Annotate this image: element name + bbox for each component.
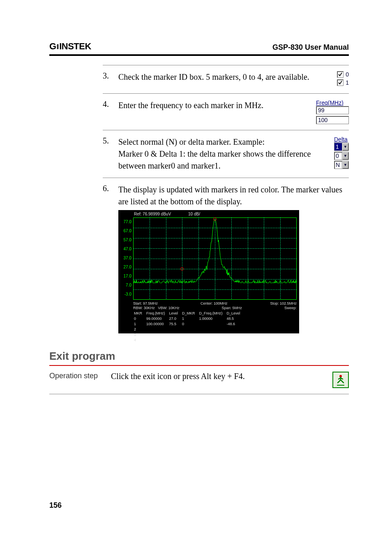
chart-footer: Start: 97.5MHz Center: 100MHz Stop: 102.…: [133, 301, 297, 343]
freq-label: Freq(MHz): [316, 99, 349, 106]
chart-start: Start: 97.5MHz: [133, 301, 158, 306]
spectrum-chart: Ref: 76.98999 dBuV 10 dB/ 77.067.057.047…: [118, 210, 299, 333]
checkbox-label: 0: [346, 71, 349, 78]
manual-title: GSP-830 User Manual: [272, 43, 349, 52]
spectrum-trace: [133, 217, 297, 299]
select-value: 0: [334, 152, 342, 160]
step-3-text: Check the marker ID box. 5 markers, 0 to…: [118, 71, 337, 83]
chevron-down-icon: ▼: [342, 143, 348, 150]
chart-vbw: VBW: 10KHz: [158, 306, 179, 310]
step-6-text: The display is updated with markers in r…: [118, 184, 349, 208]
operation-step-text: Click the exit icon or press Alt key + F…: [111, 372, 332, 388]
select-value: 1: [334, 143, 342, 150]
chart-rbw: RBW: 30KHz: [133, 306, 155, 310]
delta-select-1[interactable]: 0 ▼: [334, 152, 349, 160]
checkbox-label: 1: [346, 79, 349, 86]
marker-table: MKRFreq.(MHz)LevelD_MKRD_Freq.(MHz)D_Lev…: [133, 310, 244, 343]
step-3-visual: 0 1: [337, 71, 349, 88]
chevron-down-icon: ▼: [342, 161, 348, 169]
step-5-visual: Delta 1 ▼ 0 ▼ N ▼: [334, 136, 349, 170]
chart-plot-area: [133, 217, 297, 300]
chart-stop: Stop: 102.5MHz: [270, 301, 297, 306]
delta-select-0[interactable]: 1 ▼: [334, 143, 349, 151]
marker-0-icon: [180, 267, 184, 271]
freq-input-0[interactable]: 99: [316, 106, 349, 114]
step-number: 5.: [103, 136, 118, 146]
freq-input-1[interactable]: 100: [316, 116, 349, 124]
chart-sweep: Sweep:: [284, 306, 297, 310]
step-4-row: 4. Enter the frequency to each marker in…: [103, 93, 349, 130]
step-5-text: Select normal (N) or delta marker. Examp…: [118, 136, 334, 172]
delta-select-2[interactable]: N ▼: [334, 161, 349, 169]
page-header: G⫿INSTEK GSP-830 User Manual: [49, 41, 349, 56]
delta-label: Delta: [334, 136, 349, 143]
step-number: 3.: [103, 71, 118, 81]
exit-program-heading: Exit program: [49, 350, 349, 366]
step-5-row: 5. Select normal (N) or delta marker. Ex…: [103, 130, 349, 178]
chart-ref-label: Ref: 76.98999 dBuV: [134, 212, 171, 216]
marker-checkbox-0[interactable]: 0: [337, 71, 349, 78]
step-4-text: Enter the frequency to each marker in MH…: [118, 99, 316, 111]
chevron-down-icon: ▼: [342, 152, 348, 160]
step-6-row: 6. The display is updated with markers i…: [103, 178, 349, 333]
marker-1-icon: [213, 217, 217, 221]
exit-icon[interactable]: [332, 372, 349, 388]
step-3-row: 3. Check the marker ID box. 5 markers, 0…: [103, 65, 349, 93]
marker-checkbox-1[interactable]: 1: [337, 79, 349, 86]
checkbox-icon: [337, 79, 344, 86]
step-number: 6.: [103, 184, 118, 208]
chart-span: Span: 5MHz: [222, 306, 242, 310]
operation-step-label: Operation step: [49, 372, 111, 388]
page-number: 156: [49, 501, 349, 510]
chart-db-label: 10 dB/: [188, 212, 200, 216]
select-value: N: [334, 161, 342, 169]
operation-step-row: Operation step Click the exit icon or pr…: [49, 366, 349, 394]
step-4-visual: Freq(MHz) 99 100: [316, 99, 349, 124]
chart-center: Center: 100MHz: [201, 301, 228, 306]
brand-logo: G⫿INSTEK: [49, 41, 91, 52]
checkbox-icon: [337, 71, 344, 78]
chart-y-axis: 77.067.057.047.037.027.017.07.0-3.0: [119, 217, 131, 299]
step-number: 4.: [103, 99, 118, 109]
